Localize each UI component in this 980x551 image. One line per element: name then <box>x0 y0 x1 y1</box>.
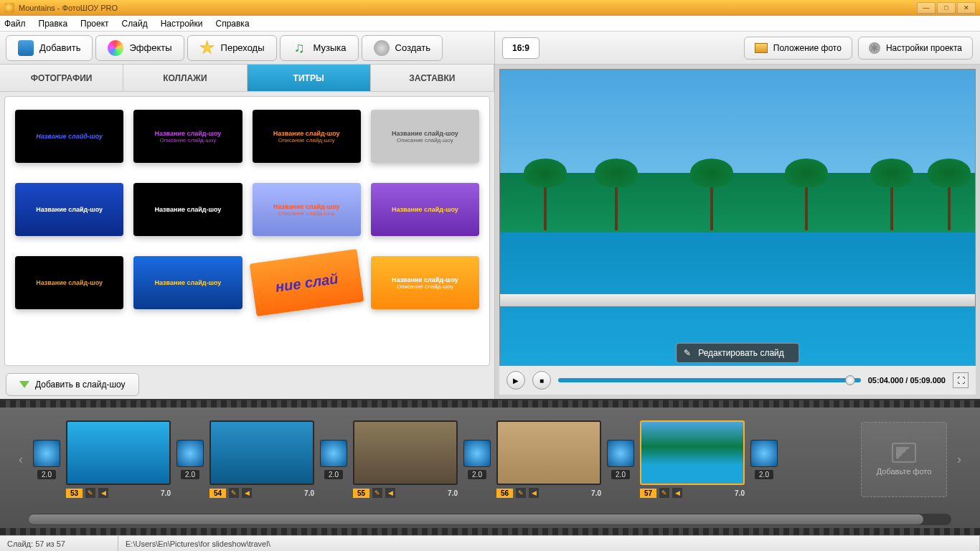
photo-position-label: Положение фото <box>773 43 842 53</box>
disc-icon <box>374 40 390 56</box>
tab-collages[interactable]: КОЛЛАЖИ <box>123 65 247 91</box>
title-template-card[interactable]: Название слайд-шоу <box>15 256 123 309</box>
progress-handle[interactable] <box>845 375 855 385</box>
preview-area: Редактировать слайд ▶ ■ 05:04.000 / 05:0… <box>495 65 980 399</box>
minimize-button[interactable]: — <box>917 2 936 14</box>
slide-sound-icon[interactable]: ◀ <box>98 488 108 498</box>
preview-toolbar: 16:9 Положение фото Настройки проекта <box>495 32 980 65</box>
title-template-card[interactable]: Название слайд-шоуОписание слайд-шоу <box>253 183 361 236</box>
slide-edit-icon[interactable]: ✎ <box>372 488 382 498</box>
title-template-card[interactable]: Название слайд-шоу <box>133 183 242 236</box>
transition-thumb[interactable] <box>463 440 491 467</box>
menu-slide[interactable]: Слайд <box>122 19 148 29</box>
slide-edit-icon[interactable]: ✎ <box>229 488 239 498</box>
stop-button[interactable]: ■ <box>532 371 551 390</box>
slide-sound-icon[interactable]: ◀ <box>529 488 539 498</box>
timeline-next-button[interactable]: › <box>953 430 966 488</box>
slide-chip: 55 ✎ ◀ 7.0 <box>353 420 458 498</box>
add-photo-placeholder[interactable]: Добавьте фото <box>861 422 947 497</box>
title-template-card[interactable]: Название слайд-шоу <box>15 110 123 163</box>
transition-duration: 2.0 <box>181 470 199 479</box>
add-button[interactable]: Добавить <box>6 35 93 61</box>
title-card-line2: Описание слайд-шоу <box>278 137 335 143</box>
slide-sound-icon[interactable]: ◀ <box>385 488 395 498</box>
slide-edit-icon[interactable]: ✎ <box>516 488 526 498</box>
slide-number: 53 <box>66 489 83 498</box>
title-template-card[interactable]: Название слайд-шоу <box>15 183 123 236</box>
transition-thumb[interactable] <box>176 440 204 467</box>
sub-tabs: ФОТОГРАФИИ КОЛЛАЖИ ТИТРЫ ЗАСТАВКИ <box>0 65 494 92</box>
title-card-line1: Название слайд-шоу <box>273 203 340 210</box>
effects-button[interactable]: Эффекты <box>95 35 184 61</box>
project-settings-button[interactable]: Настройки проекта <box>858 37 973 60</box>
transition-thumb[interactable] <box>320 440 347 467</box>
slide-sound-icon[interactable]: ◀ <box>242 488 252 498</box>
create-button[interactable]: Создать <box>362 35 443 61</box>
menu-edit[interactable]: Правка <box>39 19 68 29</box>
title-template-card[interactable]: Название слайд-шоуОписание слайд-шоу <box>371 110 479 163</box>
title-bar: Mountains - ФотоШОУ PRO — □ ✕ <box>0 0 980 16</box>
transition-thumb[interactable] <box>33 440 60 467</box>
status-bar: Слайд: 57 из 57 E:\Users\En\Pictures\for… <box>0 535 980 551</box>
play-button[interactable]: ▶ <box>507 371 525 390</box>
menu-project[interactable]: Проект <box>80 19 109 29</box>
timeline-scrollbar-thumb[interactable] <box>29 514 923 524</box>
title-template-card[interactable]: Название слайд-шоу <box>133 256 242 309</box>
timeline-prev-button[interactable]: ‹ <box>14 430 27 488</box>
title-template-card[interactable]: Название слайд-шоуОписание слайд-шоу <box>371 256 479 309</box>
timeline-scrollbar[interactable] <box>29 514 951 525</box>
edit-slide-button[interactable]: Редактировать слайд <box>676 343 799 363</box>
picture-icon <box>892 443 916 463</box>
create-label: Создать <box>395 42 430 53</box>
fullscreen-button[interactable]: ⛶ <box>953 372 969 388</box>
title-card-line1: Название слайд-шоу <box>273 130 340 137</box>
transition-chip: 2.0 <box>607 440 634 479</box>
effects-label: Эффекты <box>129 42 171 53</box>
tab-intros[interactable]: ЗАСТАВКИ <box>371 65 494 91</box>
title-card-line2: Описание слайд-шоу <box>397 283 453 290</box>
slide-thumb[interactable] <box>496 420 601 485</box>
maximize-button[interactable]: □ <box>937 2 956 14</box>
slide-duration: 7.0 <box>735 489 745 497</box>
transition-duration: 2.0 <box>755 470 773 479</box>
slide-thumb[interactable] <box>209 420 314 485</box>
menu-help[interactable]: Справка <box>215 19 249 29</box>
slide-thumb[interactable] <box>66 420 171 485</box>
slide-edit-icon[interactable]: ✎ <box>659 488 669 498</box>
slide-chip: 56 ✎ ◀ 7.0 <box>496 420 601 498</box>
gear-icon <box>869 42 880 54</box>
close-button[interactable]: ✕ <box>957 2 976 14</box>
slide-edit-icon[interactable]: ✎ <box>85 488 95 498</box>
title-card-line2: Описание слайд-шоу <box>397 137 453 143</box>
title-template-card[interactable]: Название слайд-шоуОписание слайд-шоу <box>133 110 242 163</box>
title-card-line1: Название слайд-шоу <box>392 206 458 213</box>
menu-file[interactable]: Файл <box>4 19 26 29</box>
slide-duration: 7.0 <box>448 489 458 497</box>
title-template-card[interactable]: ние слай <box>249 249 364 316</box>
tab-titles[interactable]: ТИТРЫ <box>248 65 371 91</box>
transition-duration: 2.0 <box>611 470 630 479</box>
menu-settings[interactable]: Настройки <box>161 19 203 29</box>
music-button[interactable]: ♫ Музыка <box>280 35 359 61</box>
add-to-slideshow-button[interactable]: Добавить в слайд-шоу <box>6 373 139 396</box>
slide-chip: 57 ✎ ◀ 7.0 <box>640 420 745 498</box>
transitions-button[interactable]: Переходы <box>187 35 277 61</box>
transition-thumb[interactable] <box>607 440 634 467</box>
slide-thumb[interactable] <box>640 420 745 485</box>
playback-bar: ▶ ■ 05:04.000 / 05:09.000 ⛶ <box>499 366 976 395</box>
preview-image[interactable] <box>499 69 976 366</box>
music-label: Музыка <box>314 42 347 53</box>
progress-track[interactable] <box>558 378 861 382</box>
slide-sound-icon[interactable]: ◀ <box>672 488 682 498</box>
title-template-card[interactable]: Название слайд-шоу <box>371 183 479 236</box>
slide-duration: 7.0 <box>591 489 601 497</box>
titles-gallery[interactable]: Название слайд-шоуНазвание слайд-шоуОпис… <box>4 96 490 366</box>
transition-thumb[interactable] <box>750 440 778 467</box>
title-template-card[interactable]: Название слайд-шоуОписание слайд-шоу <box>253 110 361 163</box>
tab-photos[interactable]: ФОТОГРАФИИ <box>0 65 123 91</box>
photo-position-button[interactable]: Положение фото <box>744 37 852 60</box>
slide-thumb[interactable] <box>353 420 458 485</box>
transition-duration: 2.0 <box>37 470 56 479</box>
window-title: Mountains - ФотоШОУ PRO <box>19 4 118 12</box>
aspect-ratio-badge[interactable]: 16:9 <box>502 37 540 59</box>
